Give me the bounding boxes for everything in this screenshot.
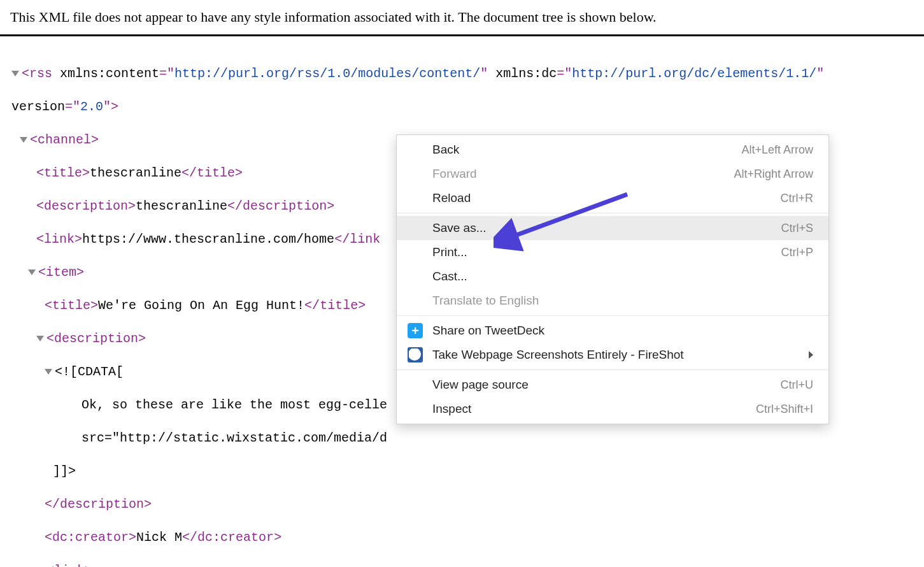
menu-shortcut: Ctrl+Shift+I — [756, 403, 813, 416]
menu-reload[interactable]: Reload Ctrl+R — [397, 186, 828, 210]
collapse-icon[interactable] — [11, 71, 19, 76]
menu-save-as[interactable]: Save as... Ctrl+S — [397, 216, 828, 240]
xml-notice: This XML file does not appear to have an… — [0, 0, 924, 36]
menu-label: Reload — [432, 191, 780, 205]
fireshot-icon — [407, 347, 423, 363]
menu-label: Translate to English — [432, 294, 813, 308]
menu-shortcut: Alt+Right Arrow — [734, 168, 813, 181]
menu-label: Print... — [432, 245, 781, 259]
menu-shortcut: Ctrl+R — [780, 192, 813, 205]
menu-forward: Forward Alt+Right Arrow — [397, 162, 828, 186]
context-menu: Back Alt+Left Arrow Forward Alt+Right Ar… — [396, 134, 829, 424]
menu-shortcut: Ctrl+P — [781, 246, 813, 259]
menu-separator — [397, 213, 828, 213]
menu-back[interactable]: Back Alt+Left Arrow — [397, 138, 828, 162]
menu-tweetdeck[interactable]: + Share on TweetDeck — [397, 319, 828, 343]
menu-separator — [397, 370, 828, 370]
menu-inspect[interactable]: Inspect Ctrl+Shift+I — [397, 397, 828, 421]
menu-label: Share on TweetDeck — [432, 324, 813, 338]
menu-shortcut: Ctrl+S — [781, 222, 813, 235]
menu-fireshot[interactable]: Take Webpage Screenshots Entirely - Fire… — [397, 343, 828, 367]
menu-label: Save as... — [432, 221, 781, 235]
collapse-icon[interactable] — [20, 137, 27, 143]
menu-shortcut: Ctrl+U — [780, 378, 813, 392]
menu-view-source[interactable]: View page source Ctrl+U — [397, 373, 828, 397]
menu-shortcut: Alt+Left Arrow — [741, 143, 813, 157]
tweetdeck-icon: + — [407, 322, 423, 339]
menu-label: Take Webpage Screenshots Entirely - Fire… — [432, 348, 801, 362]
menu-print[interactable]: Print... Ctrl+P — [397, 240, 828, 264]
menu-label: Back — [432, 143, 741, 157]
collapse-icon[interactable] — [36, 336, 44, 341]
collapse-icon[interactable] — [28, 269, 36, 275]
menu-cast[interactable]: Cast... — [397, 264, 828, 289]
collapse-icon[interactable] — [45, 369, 52, 375]
menu-label: Cast... — [432, 269, 813, 284]
chevron-right-icon — [809, 351, 813, 359]
menu-translate: Translate to English — [397, 289, 828, 313]
menu-label: Inspect — [432, 402, 756, 416]
menu-label: Forward — [432, 167, 734, 181]
menu-label: View page source — [432, 378, 780, 392]
menu-separator — [397, 315, 828, 316]
